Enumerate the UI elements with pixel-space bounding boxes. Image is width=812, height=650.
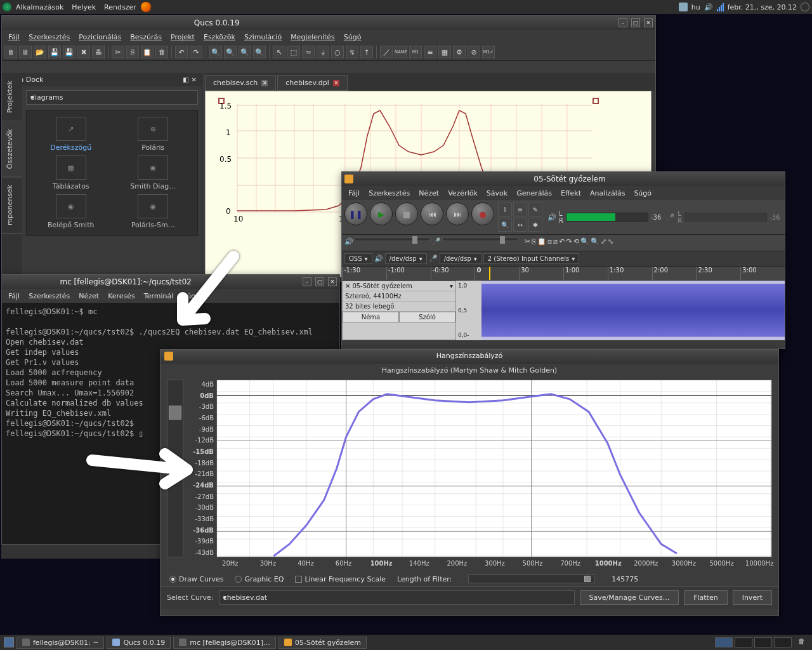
diagram-cartesian[interactable]: ↗Derékszögű: [33, 117, 109, 152]
zoomfit-icon[interactable]: ⤡: [608, 237, 613, 248]
slider-thumb[interactable]: [584, 576, 591, 582]
menu-simulation[interactable]: Szimuláció: [240, 32, 285, 43]
waveform-view[interactable]: [481, 281, 785, 340]
diagram-smith[interactable]: ◉Smith Diag…: [115, 156, 192, 190]
panel-system[interactable]: Rendszer: [100, 2, 140, 13]
edit-trim-icon[interactable]: ⧈: [547, 237, 552, 248]
host-select[interactable]: OSS ▾: [344, 253, 372, 264]
workspace-2[interactable]: [735, 637, 752, 647]
new-icon[interactable]: 🗎: [4, 46, 17, 58]
menu-terminal[interactable]: Terminál: [140, 291, 178, 302]
edit-paste-icon[interactable]: 📋: [537, 237, 546, 248]
vtab-components[interactable]: Összetevők: [2, 121, 22, 177]
speaker-slider-icon[interactable]: 🔊: [344, 237, 353, 248]
menu-file[interactable]: Fájl: [4, 291, 23, 302]
vtab-mponents[interactable]: mponensek: [2, 177, 22, 234]
tab-chebisev-dpl[interactable]: chebisev.dpl×: [277, 75, 348, 91]
track-menu[interactable]: 05-Sötét győzelem: [352, 282, 448, 289]
chevron-down-icon[interactable]: ▾: [450, 282, 453, 289]
menu-effect[interactable]: Effekt: [557, 188, 585, 199]
tab-close-icon[interactable]: ×: [333, 80, 339, 86]
linear-freq-checkbox[interactable]: Linear Frequency Scale: [295, 575, 386, 583]
select-curve-combo[interactable]: chebisev.dat▾: [219, 590, 575, 605]
menu-generate[interactable]: Generálás: [513, 188, 556, 199]
menu-search[interactable]: Keresés: [104, 291, 139, 302]
panel-places[interactable]: Helyek: [68, 2, 100, 13]
sim-icon[interactable]: ↑: [360, 46, 373, 58]
envelope-tool[interactable]: ≡: [513, 202, 527, 216]
diagram-admit-smith[interactable]: ◉Belépő Smith: [33, 194, 109, 229]
solo-button[interactable]: Szóló: [399, 312, 455, 322]
ground-icon[interactable]: ⏚: [317, 46, 329, 58]
terminal-titlebar[interactable]: mc [fellegis@DSK01]:~/qucs/tst02 – ▢ ✕: [2, 275, 339, 289]
port-icon[interactable]: ○: [331, 46, 344, 58]
skip-end-button[interactable]: ⏭: [446, 202, 469, 225]
input-volume-slider[interactable]: [442, 237, 518, 241]
output-device-select[interactable]: /dev/dsp ▾: [385, 253, 427, 264]
tab-chebisev-sch[interactable]: chebisev.sch×: [205, 75, 276, 91]
sync-icon[interactable]: ⟲: [573, 237, 579, 248]
stop-button[interactable]: ■: [395, 202, 418, 225]
filter-length-slider[interactable]: [468, 574, 595, 583]
menu-edit[interactable]: Szerkesztés: [25, 291, 74, 302]
selection-tool[interactable]: I: [498, 202, 512, 216]
zoomsel-icon[interactable]: ⤢: [601, 237, 606, 248]
eq-titlebar[interactable]: Hangszínszabályzó: [160, 350, 778, 364]
open-icon[interactable]: 📂: [34, 46, 46, 58]
edit-copy-icon[interactable]: ⎘: [532, 237, 536, 248]
menu-analyze[interactable]: Analizálás: [586, 188, 629, 199]
output-volume-slider[interactable]: [355, 237, 431, 241]
label-icon[interactable]: ≈: [302, 46, 315, 58]
select-icon[interactable]: ↖: [273, 46, 285, 58]
zoomin-icon[interactable]: 🔍: [209, 46, 222, 58]
undo-icon[interactable]: ↶: [175, 46, 188, 58]
timeline-ruler[interactable]: -1:30-1:00-0:300301:001:302:002:303:00: [342, 267, 785, 281]
menu-view[interactable]: Nézet: [415, 188, 443, 199]
menu-project[interactable]: Projekt: [167, 32, 199, 43]
output-meter[interactable]: 🔊LR-36: [547, 202, 661, 232]
network-icon[interactable]: [717, 3, 724, 11]
tab-close-icon[interactable]: ×: [261, 80, 268, 86]
wire-icon[interactable]: ⬚: [287, 46, 300, 58]
paste-icon[interactable]: 📋: [141, 46, 154, 58]
saveall-icon[interactable]: 💾: [63, 46, 75, 58]
menu-file[interactable]: Fájl: [4, 32, 23, 43]
pause-button[interactable]: ❚❚: [344, 202, 367, 225]
panel-applications[interactable]: Alkalmazások: [12, 2, 67, 13]
diagram-polar[interactable]: ⊕Poláris: [115, 117, 192, 152]
record-button[interactable]: ●: [471, 202, 494, 225]
m1-icon[interactable]: M1: [409, 46, 422, 58]
firefox-icon[interactable]: [141, 2, 151, 12]
input-meter[interactable]: 🎤LR-36: [666, 202, 780, 232]
multi-tool[interactable]: ✱: [528, 218, 542, 232]
edit-silence-icon[interactable]: ⧄: [553, 237, 558, 248]
align-icon[interactable]: ≡: [424, 46, 436, 58]
skip-start-button[interactable]: ⏮: [421, 202, 443, 225]
task-audacity[interactable]: 05-Sötét győzelem: [278, 637, 367, 649]
mic-slider-icon[interactable]: 🎤: [432, 237, 441, 248]
zoom1-icon[interactable]: 🔍: [253, 46, 266, 58]
task-qucs[interactable]: Qucs 0.0.19: [107, 637, 171, 649]
diagram-polar-smith[interactable]: ◉Poláris-Sm…: [115, 194, 192, 229]
track-close-icon[interactable]: ✕: [345, 282, 350, 289]
eq-vertical-slider[interactable]: [167, 380, 183, 557]
menu-tracks[interactable]: Sávok: [483, 188, 511, 199]
diagram-tabular[interactable]: ▦Táblázatos: [33, 156, 109, 190]
plot-handle[interactable]: [593, 98, 599, 104]
grid-icon[interactable]: ▦: [438, 46, 451, 58]
stop-sim-icon[interactable]: ⊘: [468, 46, 480, 58]
menu-insert[interactable]: Beszúrás: [126, 32, 166, 43]
qucs-titlebar[interactable]: Qucs 0.0.19 – ▢ ✕: [2, 16, 655, 30]
draw-tool[interactable]: ✎: [528, 202, 542, 216]
vtab-projects[interactable]: Projektek: [2, 73, 22, 121]
name-icon[interactable]: NAME: [395, 46, 407, 58]
eqn-icon[interactable]: ↯: [346, 46, 358, 58]
task-mc[interactable]: mc [fellegis@DSK01]…: [173, 637, 276, 649]
menu-file[interactable]: Fájl: [344, 188, 363, 199]
menu-position[interactable]: Pozicionálás: [75, 32, 125, 43]
workspace-4[interactable]: [774, 637, 792, 647]
newtext-icon[interactable]: 🗎: [19, 46, 32, 58]
close-button[interactable]: ✕: [328, 277, 337, 286]
menu-transport[interactable]: Vezérlők: [444, 188, 481, 199]
delete-icon[interactable]: 🗑: [155, 46, 168, 58]
